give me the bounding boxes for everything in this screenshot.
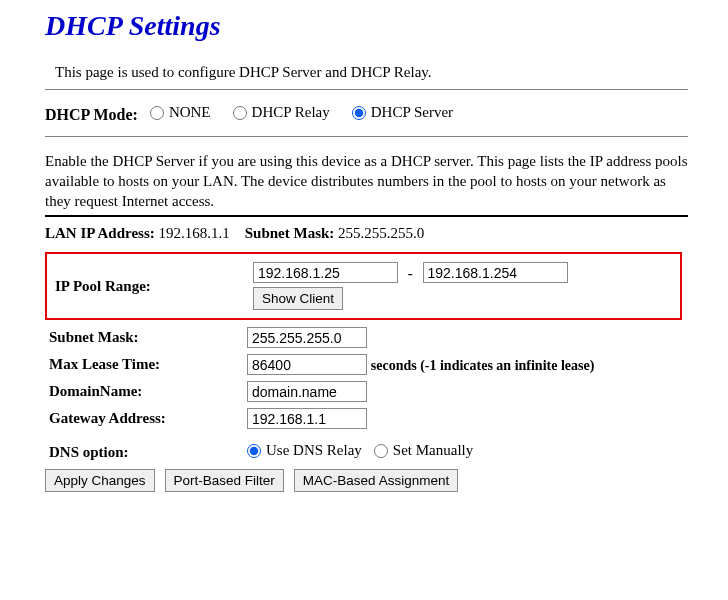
lan-ip-value: 192.168.1.1 bbox=[159, 225, 230, 241]
apply-changes-button[interactable]: Apply Changes bbox=[45, 469, 155, 492]
subnet-mask-label: Subnet Mask: bbox=[45, 324, 243, 351]
dhcp-mode-relay[interactable]: DHCP Relay bbox=[233, 104, 330, 121]
gateway-input[interactable] bbox=[247, 408, 367, 429]
radio-dns-relay-label: Use DNS Relay bbox=[266, 442, 362, 459]
radio-server-label: DHCP Server bbox=[371, 104, 453, 121]
radio-relay-label: DHCP Relay bbox=[252, 104, 330, 121]
radio-dns-manual-label: Set Manually bbox=[393, 442, 473, 459]
dns-option-label: DNS option: bbox=[45, 432, 243, 465]
page-description: This page is used to configure DHCP Serv… bbox=[55, 64, 688, 81]
mode-note: Enable the DHCP Server if you are using … bbox=[45, 151, 688, 212]
page-title: DHCP Settings bbox=[45, 10, 688, 42]
radio-none[interactable] bbox=[150, 106, 164, 120]
lease-hint: seconds (-1 indicates an infinite lease) bbox=[371, 358, 595, 373]
radio-relay[interactable] bbox=[233, 106, 247, 120]
gateway-label: Gateway Address: bbox=[45, 405, 243, 432]
lan-mask-label: Subnet Mask: bbox=[245, 225, 335, 241]
divider bbox=[45, 89, 688, 90]
divider-thick bbox=[45, 215, 688, 217]
radio-server[interactable] bbox=[352, 106, 366, 120]
dhcp-mode-none[interactable]: NONE bbox=[150, 104, 211, 121]
radio-dns-manual[interactable] bbox=[374, 444, 388, 458]
lan-mask-value: 255.255.255.0 bbox=[338, 225, 424, 241]
ip-pool-highlight: IP Pool Range: - Show Client bbox=[45, 252, 682, 320]
domain-name-label: DomainName: bbox=[45, 378, 243, 405]
dns-use-relay[interactable]: Use DNS Relay bbox=[247, 442, 362, 459]
domain-name-input[interactable] bbox=[247, 381, 367, 402]
lan-ip-label: LAN IP Address: bbox=[45, 225, 155, 241]
show-client-button[interactable]: Show Client bbox=[253, 287, 343, 310]
subnet-mask-input[interactable] bbox=[247, 327, 367, 348]
radio-none-label: NONE bbox=[169, 104, 211, 121]
divider bbox=[45, 136, 688, 137]
radio-dns-relay[interactable] bbox=[247, 444, 261, 458]
max-lease-input[interactable] bbox=[247, 354, 367, 375]
mac-based-assignment-button[interactable]: MAC-Based Assignment bbox=[294, 469, 458, 492]
dhcp-mode-server[interactable]: DHCP Server bbox=[352, 104, 453, 121]
ip-pool-range-label: IP Pool Range: bbox=[51, 260, 249, 312]
dhcp-mode-label: DHCP Mode: bbox=[45, 106, 138, 123]
dns-set-manually[interactable]: Set Manually bbox=[374, 442, 473, 459]
port-based-filter-button[interactable]: Port-Based Filter bbox=[165, 469, 284, 492]
range-dash: - bbox=[402, 265, 419, 282]
lan-info: LAN IP Address: 192.168.1.1 Subnet Mask:… bbox=[45, 225, 688, 242]
max-lease-label: Max Lease Time: bbox=[45, 351, 243, 378]
ip-pool-from-input[interactable] bbox=[253, 262, 398, 283]
ip-pool-to-input[interactable] bbox=[423, 262, 568, 283]
